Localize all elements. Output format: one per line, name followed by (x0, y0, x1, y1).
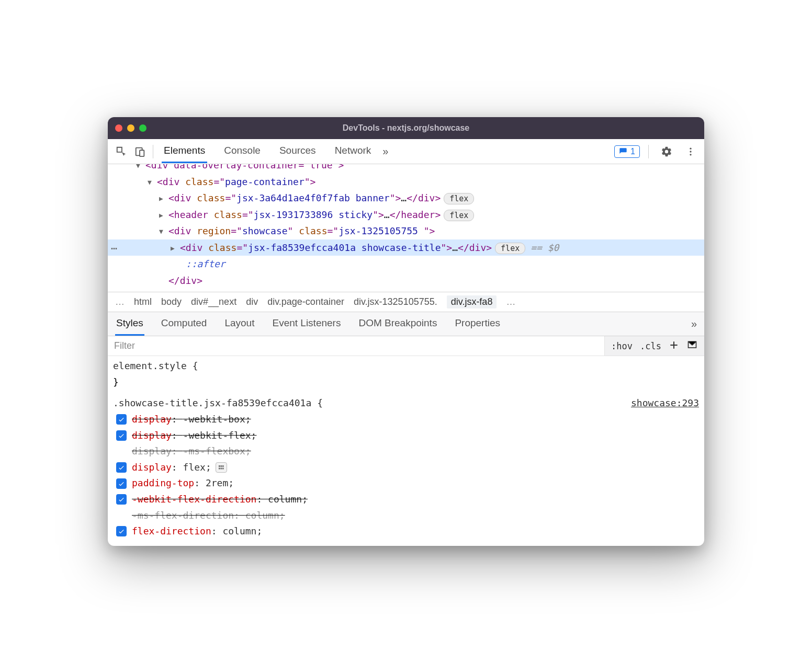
styles-filter-tools: :hov .cls (604, 336, 704, 356)
flexbox-editor-icon[interactable] (216, 462, 227, 473)
titlebar: DevTools - nextjs.org/showcase (108, 117, 704, 139)
window-title: DevTools - nextjs.org/showcase (108, 123, 704, 133)
disclosure-right-icon[interactable]: ▶ (159, 193, 163, 205)
disclosure-down-icon[interactable]: ▼ (148, 177, 152, 189)
elements-panel[interactable]: ▼<div data-overlay-container="true">▼<di… (108, 164, 704, 292)
rule-source-link[interactable]: showcase:293 (631, 395, 699, 411)
disclosure-down-icon[interactable]: ▼ (159, 226, 163, 238)
main-tabs: Elements Console Sources Network (162, 140, 373, 163)
device-toolbar-icon[interactable] (131, 142, 150, 161)
svg-rect-1 (140, 150, 144, 156)
dom-node-row[interactable]: ▶<div class="jsx-fa8539efcca401a showcas… (108, 239, 704, 256)
console-reference: == $0 (531, 242, 559, 253)
dom-node-row[interactable]: </div> (108, 272, 704, 289)
more-subtabs-icon[interactable]: » (691, 318, 697, 330)
dom-node-row[interactable]: ▶<div class="jsx-3a64d1ae4f0f7fab banner… (108, 190, 704, 207)
settings-icon[interactable] (657, 142, 676, 161)
subtab-computed[interactable]: Computed (160, 312, 208, 336)
subtab-styles[interactable]: Styles (115, 312, 144, 336)
rendering-emulations-icon[interactable] (686, 340, 698, 352)
flex-badge[interactable]: flex (444, 210, 474, 221)
svg-rect-6 (219, 465, 220, 467)
element-style-block[interactable]: element.style { } (113, 358, 699, 390)
dom-node-row[interactable]: ▼<div data-overlay-container="true"> (108, 164, 704, 174)
css-declaration[interactable]: display: -ms-flexbox; (113, 443, 699, 460)
css-rule-block[interactable]: showcase:293 .showcase-title.jsx-fa8539e… (113, 395, 699, 539)
property-toggle-checkbox[interactable] (116, 462, 127, 473)
breadcrumb-item[interactable]: body (161, 296, 182, 307)
breadcrumb-item[interactable]: div#__next (191, 296, 236, 307)
close-window-button[interactable] (115, 124, 122, 132)
svg-rect-7 (220, 465, 222, 467)
svg-point-2 (690, 147, 691, 149)
css-declaration[interactable]: padding-top: 2rem; (113, 475, 699, 491)
breadcrumb-item[interactable]: html (134, 296, 152, 307)
svg-point-4 (690, 154, 691, 155)
subtab-layout[interactable]: Layout (223, 312, 255, 336)
toolbar-separator (153, 145, 153, 158)
maximize-window-button[interactable] (139, 124, 146, 132)
css-declaration[interactable]: display: -webkit-box; (113, 411, 699, 428)
svg-rect-11 (222, 468, 224, 470)
disclosure-down-icon[interactable]: ▼ (136, 164, 140, 172)
cls-toggle[interactable]: .cls (640, 341, 661, 351)
tab-elements[interactable]: Elements (162, 140, 207, 163)
kebab-menu-icon[interactable] (681, 142, 700, 161)
property-toggle-checkbox[interactable] (116, 430, 127, 441)
minimize-window-button[interactable] (127, 124, 134, 132)
svg-rect-8 (222, 465, 224, 467)
tab-console[interactable]: Console (222, 140, 263, 163)
breadcrumb-item[interactable]: div (246, 296, 258, 307)
issues-badge[interactable]: 1 (614, 145, 640, 158)
toolbar-separator (648, 145, 649, 158)
property-toggle-checkbox[interactable] (116, 526, 127, 536)
tab-network[interactable]: Network (333, 140, 374, 163)
css-declaration[interactable]: -webkit-flex-direction: column; (113, 491, 699, 508)
rule-close: } (113, 376, 119, 387)
main-toolbar: Elements Console Sources Network » 1 (108, 139, 704, 164)
breadcrumb-ellipsis[interactable]: … (115, 296, 125, 307)
disclosure-right-icon[interactable]: ▶ (171, 243, 175, 255)
rule-selector: .showcase-title.jsx-fa8539efcca401a { (113, 397, 323, 408)
dom-node-row[interactable]: ▼<div class="page-container"> (108, 174, 704, 190)
dom-node-row[interactable]: ::after (108, 256, 704, 272)
svg-rect-9 (219, 468, 220, 470)
styles-pane[interactable]: element.style { } showcase:293 .showcase… (108, 356, 704, 546)
breadcrumb-item[interactable]: div.jsx-1325105755. (354, 296, 437, 307)
inspect-element-icon[interactable] (112, 142, 131, 161)
property-toggle-checkbox[interactable] (116, 414, 127, 425)
issues-count: 1 (630, 147, 635, 156)
dom-node-row[interactable]: ▼<div region="showcase" class="jsx-13251… (108, 223, 704, 239)
subtab-event-listeners[interactable]: Event Listeners (271, 312, 342, 336)
subtab-properties[interactable]: Properties (454, 312, 501, 336)
css-declaration[interactable]: -ms-flex-direction: column; (113, 508, 699, 524)
breadcrumb-item[interactable]: div.page-container (267, 296, 344, 307)
breadcrumb-item-active[interactable]: div.jsx-fa8 (447, 295, 497, 308)
dom-node-row[interactable]: ▶<header class="jsx-1931733896 sticky">…… (108, 207, 704, 223)
property-toggle-checkbox[interactable] (116, 478, 127, 489)
flex-badge[interactable]: flex (444, 193, 474, 204)
styles-sub-tabs: Styles Computed Layout Event Listeners D… (108, 312, 704, 336)
flex-badge[interactable]: flex (495, 243, 525, 254)
disclosure-right-icon[interactable]: ▶ (159, 210, 163, 222)
devtools-window: DevTools - nextjs.org/showcase Elements … (108, 117, 704, 546)
styles-filter-input[interactable] (108, 336, 604, 356)
styles-filter-row: :hov .cls (108, 336, 704, 356)
toolbar-right: 1 (614, 142, 700, 161)
css-declaration[interactable]: flex-direction: column; (113, 523, 699, 540)
hov-toggle[interactable]: :hov (611, 341, 633, 351)
css-declaration[interactable]: display: -webkit-flex; (113, 428, 699, 444)
breadcrumb-ellipsis[interactable]: … (506, 296, 515, 307)
rule-selector: element.style { (113, 360, 198, 371)
css-declaration[interactable]: display: flex; (113, 460, 699, 476)
svg-rect-10 (220, 468, 222, 470)
tab-sources[interactable]: Sources (277, 140, 318, 163)
svg-point-3 (690, 151, 691, 152)
dom-breadcrumbs: … html body div#__next div div.page-cont… (108, 292, 704, 312)
more-tabs-icon[interactable]: » (382, 145, 388, 157)
property-toggle-checkbox[interactable] (116, 494, 127, 505)
new-style-rule-icon[interactable] (669, 340, 679, 352)
subtab-dom-breakpoints[interactable]: DOM Breakpoints (357, 312, 438, 336)
window-controls (115, 124, 146, 132)
